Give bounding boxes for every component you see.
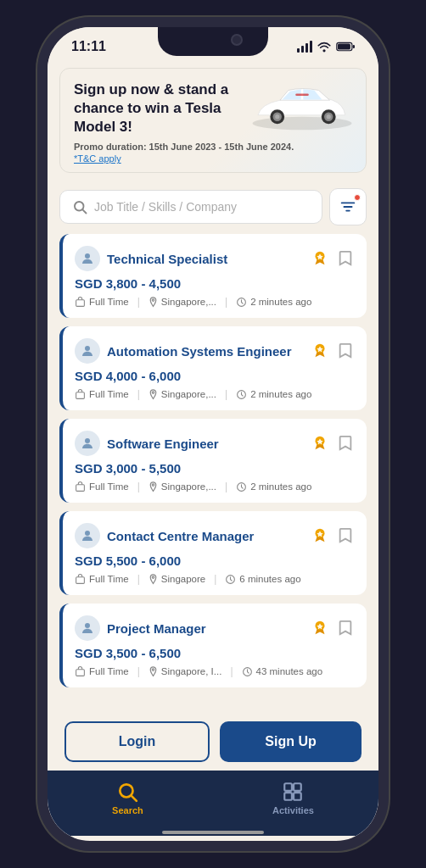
signup-button[interactable]: Sign Up	[220, 721, 362, 762]
tab-activities-label: Activities	[272, 805, 314, 815]
job-meta: Full Time | Singapore,... | 2 minutes ag…	[75, 388, 355, 400]
job-card[interactable]: Software Engineer	[59, 419, 367, 503]
job-card-header: Software Engineer	[75, 431, 355, 456]
job-time: 2 minutes ago	[236, 389, 311, 400]
job-location: Singapore,...	[149, 389, 216, 400]
svg-rect-50	[285, 793, 293, 800]
job-card[interactable]: Contact Centre Manager	[59, 511, 367, 595]
svg-point-9	[327, 114, 331, 119]
tab-activities[interactable]: Activities	[247, 777, 339, 819]
svg-rect-49	[294, 783, 302, 791]
svg-rect-19	[76, 300, 85, 307]
search-placeholder: Job Title / Skills / Company	[94, 200, 237, 214]
status-time: 11:11	[71, 39, 106, 54]
job-actions	[309, 617, 355, 639]
svg-point-44	[152, 669, 154, 670]
svg-point-6	[275, 114, 279, 119]
job-location: Singapore, I...	[149, 666, 222, 677]
search-icon	[72, 199, 87, 214]
award-badge-icon	[309, 617, 331, 639]
bookmark-icon[interactable]	[336, 619, 355, 637]
promo-duration: Promo duration: 15th June 2023 - 15th Ju…	[74, 142, 352, 152]
job-type: Full Time	[75, 574, 129, 585]
job-title-row: Automation Systems Engineer	[75, 338, 309, 364]
job-card[interactable]: Automation Systems Engineer	[59, 326, 367, 410]
job-card-header: Contact Centre Manager	[75, 523, 355, 548]
job-type: Full Time	[75, 297, 129, 308]
job-meta: Full Time | Singapore,... | 2 minutes ag…	[75, 296, 355, 308]
job-title: Contact Centre Manager	[107, 529, 254, 543]
search-row: Job Title / Skills / Company	[59, 188, 367, 225]
svg-rect-10	[295, 93, 309, 96]
promo-title: Sign up now & stand a chance to win a Te…	[74, 81, 244, 136]
job-card-header: Technical Specialist	[75, 246, 355, 271]
job-time: 2 minutes ago	[236, 481, 311, 492]
avatar	[75, 615, 100, 641]
svg-rect-2	[353, 45, 355, 48]
svg-point-28	[85, 438, 90, 443]
job-meta: Full Time | Singapore | 6 minutes ago	[75, 573, 355, 585]
bookmark-icon[interactable]	[336, 342, 355, 360]
job-meta: Full Time | Singapore, I... | 43 minutes…	[75, 665, 355, 677]
job-card[interactable]: Project Manager	[59, 604, 367, 687]
svg-rect-48	[285, 783, 293, 791]
login-button[interactable]: Login	[64, 721, 210, 762]
avatar	[75, 338, 100, 364]
job-salary: SGD 3,000 - 5,500	[75, 461, 355, 476]
job-salary: SGD 4,000 - 6,000	[75, 369, 355, 383]
svg-point-34	[85, 531, 90, 536]
avatar	[75, 431, 100, 456]
job-type: Full Time	[75, 481, 129, 492]
job-title: Automation Systems Engineer	[107, 344, 292, 359]
signal-icon	[297, 41, 312, 53]
svg-point-16	[85, 253, 90, 259]
job-card-header: Automation Systems Engineer	[75, 338, 355, 364]
activities-tab-icon	[282, 781, 304, 803]
bottom-actions: Login Sign Up	[48, 709, 378, 771]
job-title: Project Manager	[107, 621, 206, 636]
content-area: Sign up now & stand a chance to win a Te…	[48, 59, 378, 836]
job-title-row: Software Engineer	[75, 431, 309, 456]
svg-point-22	[85, 346, 90, 351]
svg-line-12	[82, 210, 86, 214]
avatar	[75, 246, 100, 271]
job-title-row: Contact Centre Manager	[75, 523, 309, 548]
job-title-row: Project Manager	[75, 615, 309, 641]
job-actions	[309, 432, 355, 454]
job-card[interactable]: Technical Specialist	[59, 234, 367, 318]
job-time: 6 minutes ago	[225, 574, 300, 585]
battery-icon	[336, 42, 355, 52]
job-meta: Full Time | Singapore,... | 2 minutes ag…	[75, 481, 355, 492]
svg-point-20	[152, 299, 154, 301]
bookmark-icon[interactable]	[336, 526, 355, 545]
job-title-row: Technical Specialist	[75, 246, 309, 271]
tab-search-label: Search	[112, 805, 143, 815]
svg-rect-51	[294, 793, 302, 800]
job-salary: SGD 3,500 - 6,500	[75, 646, 355, 660]
svg-rect-43	[76, 670, 85, 676]
bookmark-icon[interactable]	[336, 434, 355, 453]
award-badge-icon	[309, 248, 331, 270]
job-title: Software Engineer	[107, 437, 219, 451]
filter-button[interactable]	[329, 188, 367, 225]
bookmark-icon[interactable]	[336, 249, 355, 268]
job-title: Technical Specialist	[107, 252, 227, 266]
svg-point-38	[152, 576, 154, 578]
job-salary: SGD 3,800 - 4,500	[75, 276, 355, 291]
job-time: 2 minutes ago	[236, 297, 311, 308]
job-salary: SGD 5,500 - 6,000	[75, 554, 355, 568]
job-actions	[309, 340, 355, 362]
status-icons	[297, 41, 355, 53]
tab-search[interactable]: Search	[87, 777, 169, 819]
job-location: Singapore	[149, 574, 205, 585]
job-actions	[309, 525, 355, 547]
search-box[interactable]: Job Title / Skills / Company	[59, 190, 322, 224]
jobs-list: Technical Specialist	[48, 231, 378, 709]
wifi-icon	[317, 41, 331, 53]
svg-point-32	[152, 484, 154, 486]
svg-rect-1	[338, 43, 350, 49]
award-badge-icon	[309, 340, 331, 362]
avatar	[75, 523, 100, 548]
promo-tc-link[interactable]: *T&C apply	[74, 153, 352, 164]
job-type: Full Time	[75, 389, 129, 400]
